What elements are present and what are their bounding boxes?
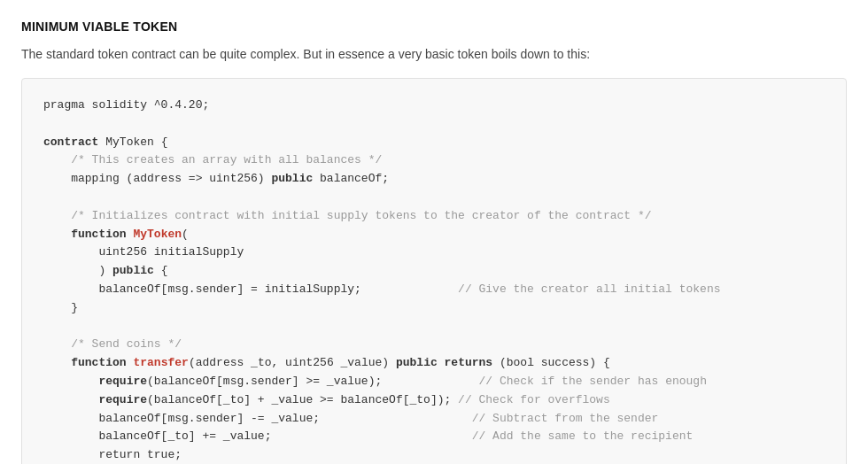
line-5: mapping (address => uint256) public bala… xyxy=(43,172,389,185)
line-9: uint256 initialSupply xyxy=(43,245,244,259)
line-12: } xyxy=(43,301,78,314)
line-3: contract MyToken { xyxy=(43,135,167,149)
line-7: /* Initializes contract with initial sup… xyxy=(43,209,652,222)
line-4: /* This creates an array with all balanc… xyxy=(43,153,382,166)
page-description: The standard token contract can be quite… xyxy=(21,45,847,64)
line-1: pragma solidity ^0.4.20; xyxy=(43,98,209,112)
code-content: pragma solidity ^0.4.20; contract MyToke… xyxy=(43,97,825,464)
page-title: MINIMUM VIABLE TOKEN xyxy=(21,18,847,36)
line-10: ) public { xyxy=(43,264,167,277)
line-15: function transfer(address _to, uint256 _… xyxy=(43,356,610,369)
line-16: require(balanceOf[msg.sender] >= _value)… xyxy=(43,375,707,388)
code-block: pragma solidity ^0.4.20; contract MyToke… xyxy=(21,78,847,464)
line-17: require(balanceOf[_to] + _value >= balan… xyxy=(43,393,610,406)
line-19: balanceOf[_to] += _value; // Add the sam… xyxy=(43,429,693,443)
line-14: /* Send coins */ xyxy=(43,337,182,351)
line-20: return true; xyxy=(43,448,182,461)
line-11: balanceOf[msg.sender] = initialSupply; /… xyxy=(43,282,721,296)
line-18: balanceOf[msg.sender] -= _value; // Subt… xyxy=(43,412,658,425)
line-8: function MyToken( xyxy=(43,228,189,241)
